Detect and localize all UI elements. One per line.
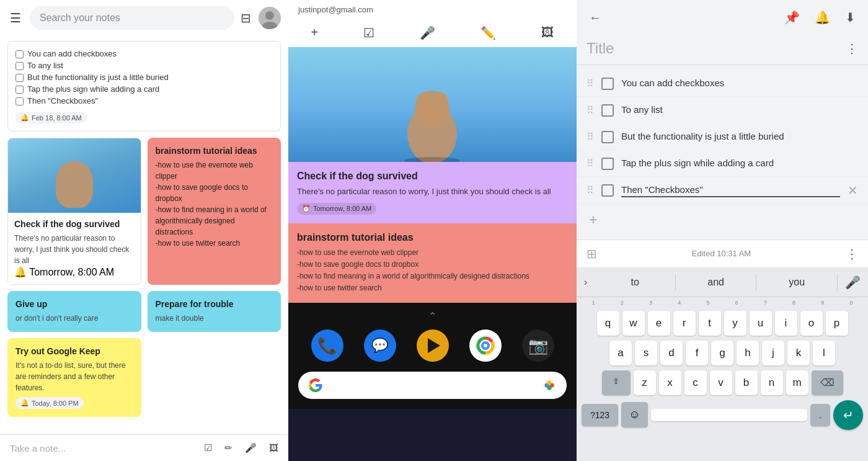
checkbox[interactable]: [601, 104, 614, 117]
checklist-text[interactable]: Then "Checkboxes": [621, 183, 840, 197]
add-icon[interactable]: +: [311, 25, 319, 40]
suggestion-you[interactable]: you: [756, 274, 838, 290]
key-z[interactable]: z: [634, 370, 656, 395]
checkbox[interactable]: [16, 97, 24, 105]
drag-handle-icon[interactable]: ⠿: [587, 131, 594, 143]
google-assistant-icon[interactable]: [542, 378, 557, 393]
key-r[interactable]: r: [673, 311, 696, 336]
key-y[interactable]: y: [724, 311, 746, 336]
pencil-icon[interactable]: ✏️: [480, 25, 496, 40]
drag-handle-icon[interactable]: ⠿: [587, 158, 594, 169]
add-item-icon[interactable]: +: [587, 211, 600, 228]
lavender-note[interactable]: Check if the dog survived There's no par…: [288, 162, 577, 223]
hamburger-icon[interactable]: ☰: [7, 8, 24, 28]
key-u[interactable]: u: [750, 311, 772, 336]
messages-app-icon[interactable]: 💬: [364, 329, 396, 362]
note-image: [8, 138, 141, 213]
space-key[interactable]: [651, 409, 808, 421]
add-content-icon[interactable]: ⊞: [587, 246, 597, 261]
key-s[interactable]: s: [635, 341, 657, 365]
key-a[interactable]: a: [609, 341, 632, 365]
pink-note[interactable]: brainstorm tutorial ideas -how to use th…: [288, 223, 577, 303]
phone-app-icon[interactable]: 📞: [311, 329, 343, 362]
take-note-input[interactable]: Take a note...: [10, 443, 204, 454]
archive-icon[interactable]: ⬇: [843, 7, 858, 27]
emoji-key[interactable]: ☺: [621, 402, 647, 427]
list-item[interactable]: brainstorm tutorial ideas -how to use th…: [148, 138, 281, 285]
pin-icon[interactable]: 📌: [782, 7, 802, 27]
key-d[interactable]: d: [660, 341, 683, 365]
keyboard: 1 2 3 4 5 6 7 8 9 0 q w e r t y u i o p …: [577, 297, 868, 462]
checkbox[interactable]: [16, 74, 24, 82]
key-k[interactable]: k: [787, 341, 810, 365]
backspace-key[interactable]: ⌫: [812, 370, 843, 395]
email-label: justinpot@gmail.com: [298, 5, 373, 14]
more-options-icon[interactable]: ⋮: [846, 41, 858, 56]
suggestion-to[interactable]: to: [595, 274, 676, 290]
key-f[interactable]: f: [686, 341, 708, 365]
enter-key[interactable]: ↵: [833, 400, 863, 430]
mic-icon[interactable]: 🎤: [420, 25, 435, 40]
reminder-badge: 🔔 Today, 8:00 PM: [16, 397, 84, 409]
chrome-app-icon[interactable]: [469, 329, 502, 362]
checkbox[interactable]: [16, 62, 24, 70]
symbols-key[interactable]: ?123: [582, 404, 618, 426]
key-h[interactable]: h: [737, 341, 759, 365]
voice-input-icon[interactable]: 🎤: [838, 275, 868, 290]
shift-key[interactable]: ⇧: [602, 370, 631, 395]
grid-view-icon[interactable]: ⊟: [241, 11, 251, 25]
checkbox[interactable]: [16, 50, 24, 58]
drag-handle-icon[interactable]: ⠿: [587, 104, 594, 116]
list-item[interactable]: Try out Google Keep It's not a to-do lis…: [7, 338, 141, 417]
image-icon[interactable]: 🖼: [541, 25, 554, 40]
key-o[interactable]: o: [800, 311, 823, 336]
mic-icon[interactable]: 🎤: [245, 442, 257, 454]
reminder-icon[interactable]: 🔔: [812, 7, 833, 27]
list-item[interactable]: You can add checkboxes To any list But t…: [7, 41, 281, 132]
key-p[interactable]: p: [826, 311, 848, 336]
key-t[interactable]: t: [699, 311, 721, 336]
key-g[interactable]: g: [711, 341, 733, 365]
search-input[interactable]: Search your notes: [30, 6, 234, 30]
camera-app-icon[interactable]: 📷: [522, 329, 554, 362]
drag-handle-icon[interactable]: ⠿: [587, 78, 594, 89]
checkbox-icon[interactable]: ☑: [204, 442, 212, 454]
list-item[interactable]: Check if the dog survived There's no par…: [7, 138, 141, 285]
key-c[interactable]: c: [684, 370, 707, 395]
more-options-icon[interactable]: ⋮: [846, 246, 858, 261]
checkbox[interactable]: [601, 78, 614, 90]
title-input[interactable]: Title: [587, 40, 614, 57]
checkbox[interactable]: [601, 131, 614, 143]
key-w[interactable]: w: [622, 311, 645, 336]
image-icon[interactable]: 🖼: [269, 442, 278, 454]
delete-icon[interactable]: ✕: [848, 183, 858, 198]
note-title: brainstorm tutorial ideas: [297, 232, 568, 243]
suggestion-and[interactable]: and: [676, 274, 757, 290]
checkbox[interactable]: [16, 86, 24, 94]
key-e[interactable]: e: [648, 311, 670, 336]
key-n[interactable]: n: [761, 370, 783, 395]
checkbox-icon[interactable]: ☑: [363, 25, 374, 40]
google-search-bar[interactable]: [298, 372, 567, 399]
checkbox[interactable]: [601, 184, 614, 197]
back-arrow-icon[interactable]: ←: [587, 8, 604, 27]
plex-app-icon[interactable]: [417, 329, 449, 362]
period-key[interactable]: .: [810, 404, 830, 426]
key-b[interactable]: b: [735, 370, 758, 395]
drag-handle-icon[interactable]: ⠿: [587, 184, 594, 196]
list-item[interactable]: Prepare for trouble make it double: [148, 291, 281, 332]
list-item[interactable]: Give up or don't i don't really care: [7, 291, 141, 332]
pencil-icon[interactable]: ✏: [224, 442, 232, 454]
avatar[interactable]: [259, 7, 281, 29]
checkbox[interactable]: [601, 158, 614, 170]
swipe-handle[interactable]: ⌃: [288, 308, 577, 324]
key-m[interactable]: m: [786, 370, 808, 395]
key-q[interactable]: q: [597, 311, 619, 336]
add-item-row[interactable]: +: [577, 205, 868, 235]
key-j[interactable]: j: [762, 341, 784, 365]
key-x[interactable]: x: [659, 370, 681, 395]
key-l[interactable]: l: [813, 341, 835, 365]
expand-suggestions-icon[interactable]: ›: [577, 277, 595, 288]
key-v[interactable]: v: [710, 370, 732, 395]
key-i[interactable]: i: [775, 311, 797, 336]
